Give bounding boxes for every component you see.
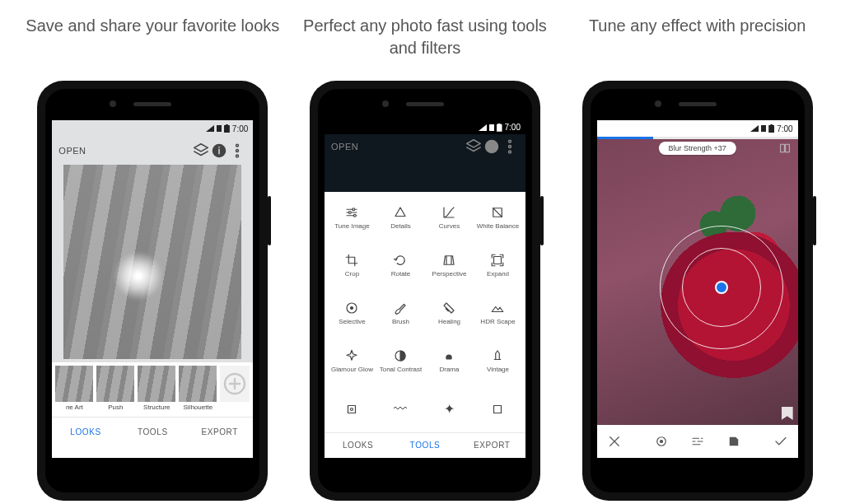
more-icon[interactable] <box>228 142 246 160</box>
network-icon <box>489 124 494 131</box>
tool-vintage[interactable]: Vintage <box>474 338 522 385</box>
phone-frame: 7:00 OPEN Tune Image <box>310 81 540 501</box>
value-pill: Blur Strength +37 <box>658 142 736 155</box>
canvas-area[interactable] <box>52 165 253 362</box>
mustache-icon: 〰 <box>393 402 408 417</box>
svg-point-6 <box>509 140 511 142</box>
tool-healing[interactable]: Healing <box>425 291 474 337</box>
layers-icon[interactable] <box>192 142 210 160</box>
look-item[interactable]: ne Art <box>55 366 93 411</box>
tool-extra-1[interactable] <box>328 386 376 432</box>
svg-rect-19 <box>494 405 502 413</box>
tools-grid: Tune Image Details Curves White Balance … <box>325 192 525 432</box>
clock: 7:00 <box>232 124 248 133</box>
status-bar: 7:00 <box>325 120 525 134</box>
tool-white-balance[interactable]: White Balance <box>474 195 522 241</box>
tab-looks[interactable]: LOOKS <box>52 418 119 446</box>
tab-looks[interactable]: LOOKS <box>325 433 391 458</box>
target-icon[interactable] <box>654 434 669 449</box>
bottom-tabs: LOOKS TOOLS EXPORT <box>325 432 525 458</box>
tab-export[interactable]: EXPORT <box>459 433 525 458</box>
more-icon[interactable] <box>501 138 519 156</box>
svg-point-23 <box>660 441 662 443</box>
signal-icon <box>206 125 214 132</box>
tool-extra-4[interactable] <box>474 386 522 432</box>
tool-extra-3[interactable]: ✦ <box>425 386 474 432</box>
focus-point[interactable] <box>717 282 726 292</box>
clock: 7:00 <box>505 123 521 132</box>
looks-strip[interactable]: ne Art Push Structure Silhouette <box>52 362 253 417</box>
tab-tools[interactable]: TOOLS <box>119 418 186 446</box>
tool-hdr-scape[interactable]: HDR Scape <box>474 291 522 337</box>
screen-looks: 7:00 OPEN <box>52 120 253 458</box>
tool-drama[interactable]: Drama <box>425 338 474 385</box>
svg-point-7 <box>509 146 511 148</box>
effect-toolbar <box>597 425 798 458</box>
tool-glamour-glow[interactable]: Glamour Glow <box>328 338 376 385</box>
look-item[interactable]: Push <box>96 366 134 411</box>
tool-extra-2[interactable]: 〰 <box>376 386 425 432</box>
layers-icon[interactable] <box>465 138 483 156</box>
tool-crop[interactable]: Crop <box>328 243 376 289</box>
svg-rect-17 <box>348 405 356 413</box>
apply-button[interactable] <box>773 434 788 449</box>
svg-point-15 <box>351 307 353 310</box>
svg-point-8 <box>509 151 511 153</box>
tool-brush[interactable]: Brush <box>376 291 425 337</box>
column-precision: Tune any effect with precision 7:00 Blur… <box>566 15 829 501</box>
tool-details[interactable]: Details <box>376 195 425 241</box>
compare-icon[interactable] <box>778 142 792 158</box>
signal-icon <box>479 124 487 131</box>
svg-rect-20 <box>780 144 784 152</box>
bookmark-icon[interactable] <box>782 407 793 420</box>
headline: Tune any effect with precision <box>589 15 806 64</box>
bottom-tabs: LOOKS TOOLS EXPORT <box>52 417 253 446</box>
svg-point-18 <box>351 408 353 410</box>
info-icon[interactable] <box>483 138 501 156</box>
headline: Save and share your favorite looks <box>26 15 279 64</box>
sparkle-icon: ✦ <box>441 402 456 417</box>
look-item[interactable]: Silhouette <box>179 366 217 411</box>
app-toolbar: OPEN <box>52 137 253 165</box>
add-look-button[interactable] <box>220 366 250 402</box>
tool-tonal-contrast[interactable]: Tonal Contrast <box>376 338 425 385</box>
status-bar: 7:00 <box>52 120 253 137</box>
headline: Perfect any photo fast using tools and f… <box>293 15 557 64</box>
tool-expand[interactable]: Expand <box>474 243 522 289</box>
open-button[interactable]: OPEN <box>331 142 358 152</box>
svg-rect-21 <box>785 144 789 152</box>
tool-selective[interactable]: Selective <box>328 291 376 337</box>
svg-point-11 <box>354 215 357 217</box>
open-button[interactable]: OPEN <box>58 146 86 156</box>
phone-frame: 7:00 Blur Strength +37 <box>582 81 813 501</box>
screen-tools: 7:00 OPEN Tune Image <box>325 120 525 458</box>
dimmed-canvas: OPEN <box>325 134 525 191</box>
photo-canvas[interactable] <box>597 139 798 425</box>
styles-icon[interactable] <box>726 434 741 449</box>
svg-rect-13 <box>494 257 502 264</box>
signal-icon <box>750 125 759 132</box>
network-icon <box>761 125 766 132</box>
svg-point-5 <box>485 140 499 154</box>
svg-point-10 <box>349 212 352 214</box>
tool-curves[interactable]: Curves <box>425 195 474 241</box>
tool-tune-image[interactable]: Tune Image <box>328 195 376 241</box>
info-icon[interactable] <box>210 142 228 160</box>
network-icon <box>217 125 222 132</box>
svg-point-3 <box>236 155 239 157</box>
status-bar: 7:00 <box>597 120 798 137</box>
column-looks: Save and share your favorite looks 7:00 … <box>21 15 284 501</box>
phone-frame: 7:00 OPEN <box>37 81 268 501</box>
sliders-icon[interactable] <box>690 434 705 449</box>
look-item[interactable]: Structure <box>138 366 175 411</box>
tab-export[interactable]: EXPORT <box>186 418 253 446</box>
screenshot-gallery: Save and share your favorite looks 7:00 … <box>0 0 850 501</box>
svg-point-2 <box>236 150 239 152</box>
battery-icon <box>497 124 502 132</box>
tab-tools[interactable]: TOOLS <box>391 433 458 458</box>
svg-point-1 <box>236 144 239 147</box>
tool-perspective[interactable]: Perspective <box>425 243 474 289</box>
cancel-button[interactable] <box>607 434 622 449</box>
screen-precision: 7:00 Blur Strength +37 <box>597 120 798 458</box>
tool-rotate[interactable]: Rotate <box>376 243 425 289</box>
